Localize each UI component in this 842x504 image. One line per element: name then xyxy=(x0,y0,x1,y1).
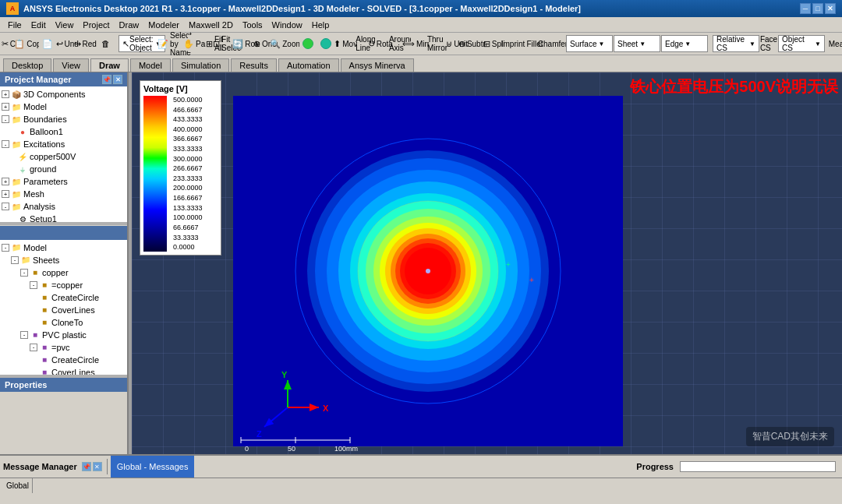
chamfer-button[interactable]: Chamfer xyxy=(544,35,561,52)
tab-automation[interactable]: Automation xyxy=(278,58,339,72)
toggle-boundaries[interactable]: - xyxy=(2,115,9,123)
legend-val-4: 366.6667 xyxy=(173,135,203,143)
msg-close-icon[interactable]: ✕ xyxy=(93,462,102,471)
teal-circle-icon xyxy=(320,38,331,49)
tree-item-create-circle-1[interactable]: ■ CreateCircle xyxy=(2,291,126,304)
menu-window[interactable]: Window xyxy=(267,19,307,30)
tree-item-model-top[interactable]: + 📁 Model xyxy=(2,100,126,113)
unite-icon: ⊎ xyxy=(446,37,452,50)
tree-item-excitations[interactable]: - 📁 Excitations xyxy=(2,138,126,150)
menu-view[interactable]: View xyxy=(51,19,79,30)
msg-pin-icon[interactable]: 📌 xyxy=(82,462,91,471)
toggle-parameters[interactable]: + xyxy=(2,178,9,185)
toggle-excitations[interactable]: - xyxy=(2,140,9,148)
viewport[interactable]: Voltage [V] 500.0000 466.6667 433.3333 4… xyxy=(132,72,842,454)
rotate-icon: 🔄 xyxy=(232,37,243,50)
relative-cs-dropdown[interactable]: Relative CS ▼ xyxy=(713,35,759,52)
toggle-analysis[interactable]: - xyxy=(2,203,9,210)
msg-tab-global[interactable]: Global - Messages xyxy=(111,456,195,478)
icon-mesh: 📁 xyxy=(11,189,22,199)
maximize-button[interactable]: □ xyxy=(812,3,823,14)
project-tree-top[interactable]: + 📦 3D Components + 📁 Model - 📁 Boundari… xyxy=(0,86,127,222)
shape-teal-circle-button[interactable] xyxy=(317,35,334,52)
toggle-pvc-eq[interactable]: - xyxy=(30,344,37,351)
menu-draw[interactable]: Draw xyxy=(115,19,144,30)
menu-modeler[interactable]: Modeler xyxy=(143,19,184,30)
tree-item-3d-components[interactable]: + 📦 3D Components xyxy=(2,88,126,100)
copy-button[interactable]: 📋 Copy xyxy=(21,35,38,52)
meas-button[interactable]: Meas xyxy=(830,35,842,52)
paste-button[interactable]: 📄 xyxy=(39,35,56,52)
toggle-pvc[interactable]: - xyxy=(20,331,28,339)
object-cs-dropdown[interactable]: Object CS ▼ xyxy=(778,35,825,52)
voltage-legend: Voltage [V] 500.0000 466.6667 433.3333 4… xyxy=(140,80,221,256)
close-button[interactable]: ✕ xyxy=(825,3,836,14)
minimize-button[interactable]: ─ xyxy=(800,3,811,14)
select-by-name-button[interactable]: 📝 Select by Name xyxy=(166,35,183,52)
tree-item-analysis[interactable]: - 📁 Analysis xyxy=(2,200,126,213)
tree-item-copper-group[interactable]: - ■ copper xyxy=(2,266,126,279)
toggle-3d-components[interactable]: + xyxy=(2,90,9,98)
toggle-model-top[interactable]: + xyxy=(2,103,9,111)
menu-project[interactable]: Project xyxy=(78,19,114,30)
model-tree[interactable]: - 📁 Model - 📁 Sheets - ■ copper - ■ =cop… xyxy=(0,240,127,375)
thru-mirror-button[interactable]: Thru Mirror xyxy=(429,35,446,52)
tab-view[interactable]: View xyxy=(53,58,89,72)
tab-desktop[interactable]: Desktop xyxy=(3,58,51,72)
tree-item-mesh[interactable]: + 📁 Mesh xyxy=(2,188,126,200)
tree-item-coverlines-2[interactable]: ■ CoverLines xyxy=(2,366,126,375)
menu-help[interactable]: Help xyxy=(307,19,334,30)
shape-green-circle-button[interactable] xyxy=(299,35,317,52)
orient-icon: ⊕ xyxy=(253,37,260,50)
toggle-sheets[interactable]: - xyxy=(11,256,19,264)
toggle-mesh[interactable]: + xyxy=(2,190,9,198)
tree-item-model[interactable]: - 📁 Model xyxy=(2,241,126,254)
tab-model[interactable]: Model xyxy=(130,58,171,72)
edge-dropdown[interactable]: Edge ▼ xyxy=(661,35,708,52)
legend-val-12: 100.0000 xyxy=(173,213,203,222)
toggle-copper[interactable]: - xyxy=(20,269,28,277)
panel-close-icon[interactable]: ✕ xyxy=(113,75,122,84)
fit-selected-icon: ⊡ xyxy=(213,37,220,50)
toggle-model[interactable]: - xyxy=(2,244,9,252)
tree-item-pvc-eq[interactable]: - ■ =pvc xyxy=(2,341,126,354)
move-button[interactable]: ⬆ Move xyxy=(339,35,356,52)
face-cs-button[interactable]: Face CS xyxy=(760,35,777,52)
tab-results[interactable]: Results xyxy=(231,58,277,72)
panel-pin-icon[interactable]: 📌 xyxy=(102,75,111,84)
tree-item-cloneto[interactable]: ■ CloneTo xyxy=(2,316,126,329)
redo-button[interactable]: ↪ Redo xyxy=(79,35,96,52)
tree-item-setup1[interactable]: ⚙ Setup1 xyxy=(2,213,126,222)
tab-ansys-minerva[interactable]: Ansys Minerva xyxy=(341,58,414,72)
tree-item-copper500v[interactable]: ⚡ copper500V xyxy=(2,150,126,163)
menu-file[interactable]: File xyxy=(3,19,27,30)
legend-val-9: 200.0000 xyxy=(173,184,203,192)
menu-maxwell2d[interactable]: Maxwell 2D xyxy=(184,19,238,30)
tree-item-parameters[interactable]: + 📁 Parameters xyxy=(2,175,126,188)
tree-item-balloon1[interactable]: ● Balloon1 xyxy=(2,125,126,138)
panel-splitter-1[interactable] xyxy=(0,222,127,225)
tree-item-pvc-group[interactable]: - ■ PVC plastic xyxy=(2,329,126,341)
icon-cloneto: ■ xyxy=(39,317,50,328)
pan-button[interactable]: ✋ Pan xyxy=(188,35,205,52)
legend-gradient xyxy=(143,96,167,252)
properties-header: Properties xyxy=(0,378,127,392)
tree-item-ground[interactable]: ⏚ ground xyxy=(2,163,126,175)
tree-item-copper-eq[interactable]: - ■ =copper xyxy=(2,279,126,291)
tab-draw[interactable]: Draw xyxy=(90,58,129,72)
surface-dropdown[interactable]: Surface ▼ xyxy=(566,35,613,52)
toggle-copper-eq[interactable]: - xyxy=(30,281,37,289)
icon-model-top: 📁 xyxy=(11,101,22,112)
delete-button[interactable]: 🗑 xyxy=(97,35,114,52)
menu-tools[interactable]: Tools xyxy=(238,19,267,30)
mirror-button[interactable]: ⟺ Mirror xyxy=(411,35,428,52)
sheet-dropdown[interactable]: Sheet ▼ xyxy=(614,35,660,52)
menu-edit[interactable]: Edit xyxy=(27,19,51,30)
tree-item-sheets[interactable]: - 📁 Sheets xyxy=(2,254,126,266)
tree-item-boundaries[interactable]: - 📁 Boundaries xyxy=(2,113,126,125)
tab-simulation[interactable]: Simulation xyxy=(172,58,229,72)
tree-item-create-circle-2[interactable]: ■ CreateCircle xyxy=(2,354,126,366)
tree-item-coverlines-1[interactable]: ■ CoverLines xyxy=(2,304,126,316)
zoom-button[interactable]: 🔍 Zoom xyxy=(278,35,295,52)
imprint-button[interactable]: Imprint xyxy=(504,35,522,52)
